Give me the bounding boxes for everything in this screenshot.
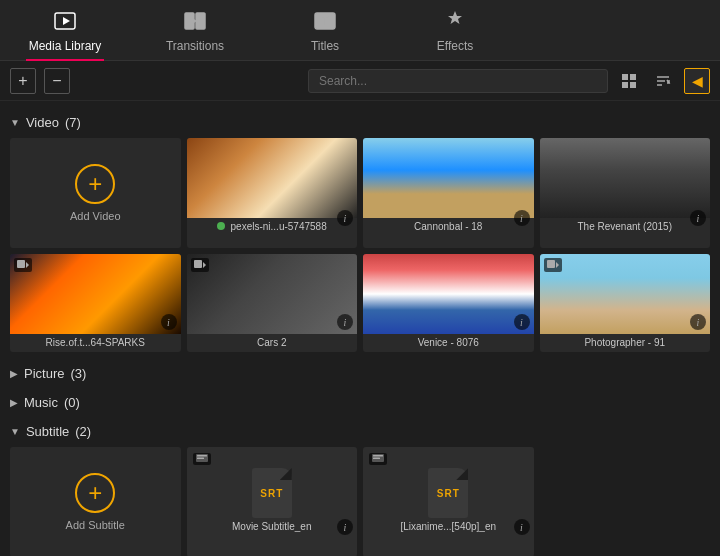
info-icon-v3[interactable]: i [690, 210, 706, 226]
svg-rect-3 [196, 13, 205, 29]
music-collapse-arrow: ▶ [10, 397, 18, 408]
info-icon-v5[interactable]: i [337, 314, 353, 330]
subtitle-label-1: Movie Subtitle_en [230, 518, 314, 536]
video-grid: + Add Video i pexels-ni...u-5747588 i Ca… [10, 138, 710, 352]
add-video-circle: + [75, 164, 115, 204]
svg-rect-8 [630, 74, 636, 80]
nav-effects-label: Effects [437, 39, 473, 53]
add-video-label: Add Video [70, 210, 121, 222]
add-button[interactable]: + [10, 68, 36, 94]
toolbar: + − ◀ [0, 61, 720, 101]
svg-rect-9 [622, 82, 628, 88]
info-icon-v1[interactable]: i [337, 210, 353, 226]
svg-marker-1 [63, 17, 70, 25]
transitions-icon [181, 7, 209, 35]
video-label-4: Rise.of.t...64-SPARKS [10, 334, 181, 352]
titles-icon: T [311, 7, 339, 35]
video-section-count: (7) [65, 115, 81, 130]
svg-rect-7 [622, 74, 628, 80]
subtitle-section-label: Subtitle [26, 424, 69, 439]
video-label-7: Photographer - 91 [540, 334, 711, 352]
collapse-panel-button[interactable]: ◀ [684, 68, 710, 94]
info-icon-s1[interactable]: i [337, 519, 353, 535]
nav-transitions-label: Transitions [166, 39, 224, 53]
svg-marker-18 [203, 262, 206, 268]
video-item-7[interactable]: i Photographer - 91 [540, 254, 711, 352]
video-item-4[interactable]: i Rise.of.t...64-SPARKS [10, 254, 181, 352]
nav-titles[interactable]: T Titles [260, 0, 390, 61]
video-section-header[interactable]: ▼ Video (7) [10, 109, 710, 138]
info-icon-v4[interactable]: i [161, 314, 177, 330]
picture-section-header[interactable]: ▶ Picture (3) [10, 360, 710, 389]
effects-icon [441, 7, 469, 35]
video-item-3[interactable]: i The Revenant (2015) [540, 138, 711, 248]
video-badge-v7 [544, 258, 562, 272]
subtitle-section-count: (2) [75, 424, 91, 439]
status-dot-v1 [217, 222, 225, 230]
srt-icon-2: SRT [428, 468, 468, 518]
info-icon-s2[interactable]: i [514, 519, 530, 535]
video-item-5[interactable]: i Cars 2 [187, 254, 358, 352]
srt-icon-1: SRT [252, 468, 292, 518]
subtitle-grid: + Add Subtitle SRT i Movie Subtitle_en [10, 447, 710, 556]
add-subtitle-circle: + [75, 473, 115, 513]
svg-rect-26 [373, 458, 380, 460]
add-subtitle-button[interactable]: + Add Subtitle [10, 447, 181, 556]
picture-section-count: (3) [70, 366, 86, 381]
search-input[interactable] [308, 69, 608, 93]
video-label-3: The Revenant (2015) [540, 218, 711, 236]
subtitle-badge-2 [369, 453, 387, 465]
video-badge-v5 [191, 258, 209, 272]
svg-text:T: T [321, 14, 329, 28]
svg-rect-10 [630, 82, 636, 88]
nav-media-library[interactable]: Media Library [0, 0, 130, 61]
subtitle-item-2[interactable]: SRT i [Lixanime...[540p]_en [363, 447, 534, 556]
svg-rect-22 [197, 455, 207, 457]
nav-effects[interactable]: Effects [390, 0, 520, 61]
music-section-count: (0) [64, 395, 80, 410]
video-section-label: Video [26, 115, 59, 130]
remove-button[interactable]: − [44, 68, 70, 94]
picture-collapse-arrow: ▶ [10, 368, 18, 379]
nav-titles-label: Titles [311, 39, 339, 53]
media-library-icon [51, 7, 79, 35]
video-badge-v4 [14, 258, 32, 272]
video-label-5: Cars 2 [187, 334, 358, 352]
video-collapse-arrow: ▼ [10, 117, 20, 128]
nav-transitions[interactable]: Transitions [130, 0, 260, 61]
subtitle-section-header[interactable]: ▼ Subtitle (2) [10, 418, 710, 447]
grid-view-button[interactable] [616, 68, 642, 94]
svg-marker-16 [26, 262, 29, 268]
nav-media-library-label: Media Library [29, 39, 102, 53]
video-label-1: pexels-ni...u-5747588 [187, 218, 358, 236]
subtitle-badge-1 [193, 453, 211, 465]
add-video-button[interactable]: + Add Video [10, 138, 181, 248]
content-area: ▼ Video (7) + Add Video i pexels-ni...u-… [0, 101, 720, 556]
video-item-6[interactable]: i Venice - 8076 [363, 254, 534, 352]
svg-rect-17 [194, 260, 202, 268]
subtitle-item-1[interactable]: SRT i Movie Subtitle_en [187, 447, 358, 556]
music-section-label: Music [24, 395, 58, 410]
info-icon-v6[interactable]: i [514, 314, 530, 330]
svg-rect-23 [197, 458, 204, 460]
video-label-6: Venice - 8076 [363, 334, 534, 352]
video-item-1[interactable]: i pexels-ni...u-5747588 [187, 138, 358, 248]
top-nav: Media Library Transitions T Titles Effec… [0, 0, 720, 61]
subtitle-collapse-arrow: ▼ [10, 426, 20, 437]
svg-rect-15 [17, 260, 25, 268]
info-icon-v2[interactable]: i [514, 210, 530, 226]
video-label-2: Cannonbal - 18 [363, 218, 534, 236]
video-item-2[interactable]: i Cannonbal - 18 [363, 138, 534, 248]
sort-button[interactable] [650, 68, 676, 94]
subtitle-label-2: [Lixanime...[540p]_en [398, 518, 498, 536]
info-icon-v7[interactable]: i [690, 314, 706, 330]
add-subtitle-label: Add Subtitle [66, 519, 125, 531]
svg-rect-25 [373, 455, 383, 457]
picture-section-label: Picture [24, 366, 64, 381]
svg-rect-2 [185, 13, 194, 29]
music-section-header[interactable]: ▶ Music (0) [10, 389, 710, 418]
svg-rect-19 [547, 260, 555, 268]
svg-marker-20 [556, 262, 559, 268]
